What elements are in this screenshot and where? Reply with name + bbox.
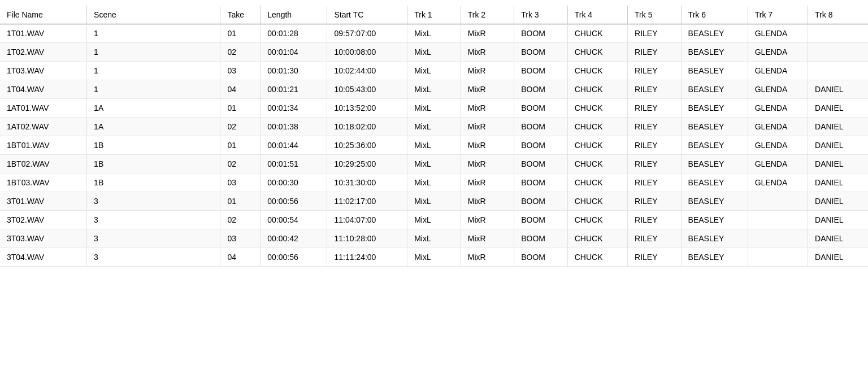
cell-trk2: MixR <box>461 192 514 211</box>
cell-trk1: MixL <box>407 99 461 118</box>
cell-trk1: MixL <box>407 173 461 192</box>
cell-trk7: GLENDA <box>748 173 808 192</box>
cell-filename: 3T03.WAV <box>0 229 87 248</box>
table-row: 1BT03.WAV1B0300:00:3010:31:30:00MixLMixR… <box>0 173 868 192</box>
table-row: 3T02.WAV30200:00:5411:04:07:00MixLMixRBO… <box>0 211 868 229</box>
cell-take: 04 <box>220 80 261 99</box>
cell-trk7: GLENDA <box>748 62 808 80</box>
table-row: 1T02.WAV10200:01:0410:00:08:00MixLMixRBO… <box>0 43 868 62</box>
cell-trk5: RILEY <box>628 24 682 43</box>
cell-scene: 1 <box>87 24 220 43</box>
cell-filename: 1T04.WAV <box>0 80 87 99</box>
cell-starttc: 11:04:07:00 <box>327 211 407 229</box>
col-header-trk1: Trk 1 <box>407 6 461 24</box>
cell-take: 03 <box>220 229 261 248</box>
cell-length: 00:00:56 <box>261 192 327 211</box>
cell-trk6: BEASLEY <box>681 155 748 173</box>
col-header-filename: File Name <box>0 6 87 24</box>
cell-trk4: CHUCK <box>567 24 627 43</box>
cell-trk8: DANIEL <box>808 192 868 211</box>
cell-scene: 1 <box>87 80 220 99</box>
cell-trk1: MixL <box>407 80 461 99</box>
cell-length: 00:00:54 <box>261 211 327 229</box>
cell-trk6: BEASLEY <box>681 99 748 118</box>
cell-trk3: BOOM <box>514 62 568 80</box>
cell-starttc: 11:10:28:00 <box>327 229 407 248</box>
cell-trk2: MixR <box>461 229 514 248</box>
cell-filename: 3T04.WAV <box>0 248 87 267</box>
cell-trk7: GLENDA <box>748 43 808 62</box>
cell-length: 00:00:42 <box>261 229 327 248</box>
cell-trk3: BOOM <box>514 43 568 62</box>
cell-take: 02 <box>220 155 261 173</box>
cell-take: 01 <box>220 99 261 118</box>
cell-trk8: DANIEL <box>808 99 868 118</box>
cell-trk4: CHUCK <box>567 155 627 173</box>
cell-trk5: RILEY <box>628 62 682 80</box>
cell-trk7 <box>748 211 808 229</box>
cell-trk4: CHUCK <box>567 192 627 211</box>
cell-starttc: 10:29:25:00 <box>327 155 407 173</box>
cell-trk6: BEASLEY <box>681 24 748 43</box>
cell-trk6: BEASLEY <box>681 173 748 192</box>
cell-length: 00:01:34 <box>261 99 327 118</box>
col-header-trk2: Trk 2 <box>461 6 514 24</box>
cell-trk6: BEASLEY <box>681 229 748 248</box>
cell-trk1: MixL <box>407 211 461 229</box>
cell-starttc: 10:25:36:00 <box>327 136 407 155</box>
cell-starttc: 10:18:02:00 <box>327 118 407 136</box>
cell-take: 03 <box>220 173 261 192</box>
cell-trk4: CHUCK <box>567 99 627 118</box>
cell-length: 00:01:21 <box>261 80 327 99</box>
cell-trk3: BOOM <box>514 229 568 248</box>
cell-filename: 3T02.WAV <box>0 211 87 229</box>
cell-take: 02 <box>220 43 261 62</box>
cell-trk5: RILEY <box>628 136 682 155</box>
cell-length: 00:01:38 <box>261 118 327 136</box>
cell-scene: 1 <box>87 43 220 62</box>
cell-trk3: BOOM <box>514 173 568 192</box>
col-header-length: Length <box>261 6 327 24</box>
cell-trk1: MixL <box>407 118 461 136</box>
cell-trk6: BEASLEY <box>681 43 748 62</box>
cell-scene: 3 <box>87 211 220 229</box>
cell-take: 03 <box>220 62 261 80</box>
cell-trk3: BOOM <box>514 211 568 229</box>
cell-length: 00:00:30 <box>261 173 327 192</box>
cell-trk5: RILEY <box>628 80 682 99</box>
col-header-trk7: Trk 7 <box>748 6 808 24</box>
cell-trk4: CHUCK <box>567 211 627 229</box>
cell-trk4: CHUCK <box>567 248 627 267</box>
cell-trk6: BEASLEY <box>681 211 748 229</box>
cell-trk3: BOOM <box>514 80 568 99</box>
cell-trk5: RILEY <box>628 43 682 62</box>
cell-take: 02 <box>220 211 261 229</box>
table-row: 1BT02.WAV1B0200:01:5110:29:25:00MixLMixR… <box>0 155 868 173</box>
cell-trk2: MixR <box>461 211 514 229</box>
cell-filename: 3T01.WAV <box>0 192 87 211</box>
cell-trk7: GLENDA <box>748 118 808 136</box>
cell-trk7 <box>748 248 808 267</box>
cell-trk8: DANIEL <box>808 80 868 99</box>
cell-trk4: CHUCK <box>567 173 627 192</box>
audio-files-table: File Name Scene Take Length Start TC Trk… <box>0 6 868 267</box>
cell-trk8: DANIEL <box>808 248 868 267</box>
cell-length: 00:01:30 <box>261 62 327 80</box>
cell-starttc: 09:57:07:00 <box>327 24 407 43</box>
cell-trk1: MixL <box>407 248 461 267</box>
cell-filename: 1BT01.WAV <box>0 136 87 155</box>
cell-starttc: 10:05:43:00 <box>327 80 407 99</box>
cell-trk5: RILEY <box>628 229 682 248</box>
cell-starttc: 10:02:44:00 <box>327 62 407 80</box>
cell-trk2: MixR <box>461 136 514 155</box>
cell-starttc: 10:00:08:00 <box>327 43 407 62</box>
cell-trk8 <box>808 62 868 80</box>
cell-trk5: RILEY <box>628 155 682 173</box>
cell-filename: 1BT02.WAV <box>0 155 87 173</box>
cell-length: 00:00:56 <box>261 248 327 267</box>
table-row: 3T04.WAV30400:00:5611:11:24:00MixLMixRBO… <box>0 248 868 267</box>
cell-trk6: BEASLEY <box>681 192 748 211</box>
col-header-trk4: Trk 4 <box>567 6 627 24</box>
cell-trk7: GLENDA <box>748 99 808 118</box>
cell-trk4: CHUCK <box>567 62 627 80</box>
